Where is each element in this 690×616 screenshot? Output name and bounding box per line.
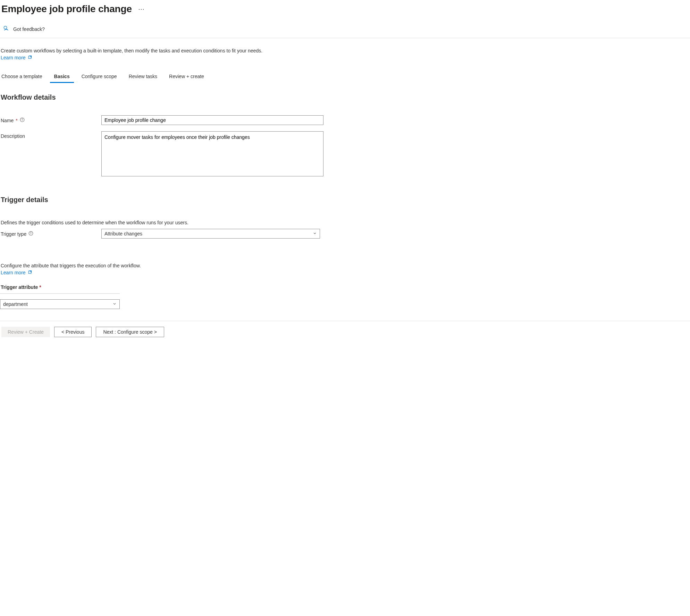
trigger-type-select[interactable]: Attribute changes <box>101 229 320 239</box>
trigger-attribute-value: department <box>3 301 28 307</box>
trigger-attribute-label: Trigger attribute <box>1 284 38 290</box>
name-input[interactable] <box>101 115 323 125</box>
trigger-details-title: Trigger details <box>0 196 690 204</box>
intro-text: Create custom workflows by selecting a b… <box>1 48 689 53</box>
previous-button[interactable]: < Previous <box>54 327 92 337</box>
info-icon[interactable] <box>28 231 33 237</box>
tab-configure-scope[interactable]: Configure scope <box>77 71 121 83</box>
trigger-learn-more-link[interactable]: Learn more <box>0 270 32 275</box>
trigger-learn-label: Learn more <box>1 270 26 275</box>
tab-bar: Choose a template Basics Configure scope… <box>0 60 690 83</box>
workflow-details-title: Workflow details <box>0 93 690 101</box>
attr-divider <box>0 293 120 294</box>
name-label: Name <box>1 118 14 123</box>
svg-point-0 <box>4 26 7 29</box>
external-link-icon <box>28 270 32 275</box>
tab-basics[interactable]: Basics <box>50 71 74 83</box>
info-icon[interactable] <box>20 117 25 123</box>
feedback-label: Got feedback? <box>13 26 45 32</box>
more-actions-icon[interactable]: ⋯ <box>138 5 145 13</box>
trigger-type-value: Attribute changes <box>104 231 142 236</box>
chevron-down-icon <box>313 231 317 236</box>
required-indicator: * <box>16 118 17 123</box>
feedback-icon <box>3 25 10 33</box>
svg-point-7 <box>31 232 31 233</box>
description-textarea[interactable]: Configure mover tasks for employees once… <box>101 131 323 176</box>
external-link-icon <box>28 55 32 60</box>
next-button[interactable]: Next : Configure scope > <box>96 327 164 337</box>
svg-point-4 <box>22 119 22 119</box>
trigger-type-label: Trigger type <box>1 231 26 237</box>
required-indicator: * <box>39 284 41 290</box>
review-create-button: Review + Create <box>1 327 50 337</box>
tab-choose-template[interactable]: Choose a template <box>1 71 47 83</box>
tab-review-tasks[interactable]: Review tasks <box>125 71 161 83</box>
description-label: Description <box>1 133 25 139</box>
page-title: Employee job profile change <box>1 3 132 15</box>
learn-more-label: Learn more <box>1 55 26 60</box>
tab-review-create[interactable]: Review + create <box>165 71 208 83</box>
learn-more-link[interactable]: Learn more <box>1 55 32 60</box>
trigger-attribute-select[interactable]: department <box>0 299 120 309</box>
trigger-attr-desc: Configure the attribute that triggers th… <box>0 263 690 268</box>
trigger-description-text: Defines the trigger conditions used to d… <box>0 220 690 225</box>
feedback-link[interactable]: Got feedback? <box>0 15 690 38</box>
chevron-down-icon <box>112 301 117 307</box>
